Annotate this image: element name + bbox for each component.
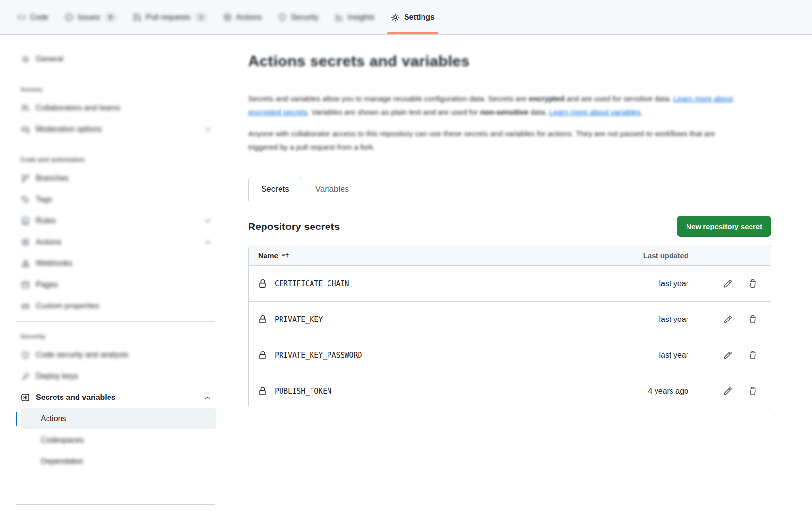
trash-icon	[749, 279, 757, 288]
sidebar-item-label: Dependabot	[41, 457, 83, 466]
sidebar-section-access: Access	[16, 80, 216, 97]
intro-text: Secrets and variables allow you to manag…	[248, 92, 771, 154]
column-header-last-updated: Last updated	[625, 251, 688, 260]
tab-label: Issues	[78, 13, 100, 22]
lock-icon	[258, 387, 267, 396]
people-icon	[20, 104, 30, 112]
secret-name: PRIVATE_KEY	[275, 315, 323, 324]
intro-text-segment: . Variables are shown as plain text and …	[307, 108, 480, 116]
table-header-row: Name Last updated	[249, 245, 771, 265]
tab-secrets[interactable]: Secrets	[248, 177, 302, 201]
edit-secret-button[interactable]	[722, 350, 733, 361]
key-asterisk-icon	[20, 393, 30, 402]
tab-pull-requests[interactable]: Pull requests 1	[126, 0, 214, 34]
pencil-icon	[723, 387, 732, 396]
sidebar-item-label: Collaborators and teams	[36, 104, 211, 112]
gear-icon	[20, 55, 30, 63]
sidebar-item-webhooks[interactable]: Webhooks	[16, 253, 216, 274]
delete-secret-button[interactable]	[748, 386, 758, 397]
shield-lock-icon	[20, 351, 30, 359]
secret-row: PUBLISH_TOKEN 4 years ago	[249, 373, 771, 409]
tab-variables[interactable]: Variables	[302, 177, 362, 201]
gear-icon	[391, 13, 400, 22]
tab-label: Pull requests	[146, 13, 191, 22]
tab-code[interactable]: Code	[11, 0, 55, 34]
sidebar-item-secrets-and-variables[interactable]: Secrets and variables	[16, 387, 216, 408]
sidebar-item-label: Deploy keys	[36, 372, 211, 381]
secret-last-updated: last year	[625, 351, 688, 360]
sidebar-item-tags[interactable]: Tags	[16, 189, 216, 210]
sidebar-item-label: Branches	[36, 174, 211, 183]
tab-label: Insights	[348, 13, 375, 22]
secret-row: PRIVATE_KEY_PASSWORD last year	[249, 337, 771, 373]
delete-secret-button[interactable]	[748, 278, 758, 289]
tab-settings[interactable]: Settings	[384, 0, 441, 34]
sidebar-subitem-dependabot[interactable]: Dependabot	[21, 451, 216, 472]
new-repository-secret-button[interactable]: New repository secret	[677, 216, 771, 237]
tab-insights[interactable]: Insights	[328, 0, 381, 34]
edit-secret-button[interactable]	[722, 314, 733, 325]
sidebar-item-rules[interactable]: Rules	[16, 210, 216, 231]
column-header-name: Name	[258, 251, 278, 260]
title-divider	[248, 79, 771, 79]
sort-ascending-icon[interactable]	[282, 252, 289, 259]
tab-issues[interactable]: Issues 8	[58, 0, 123, 34]
secrets-variables-tabs: Secrets Variables	[248, 176, 771, 201]
lock-icon	[258, 351, 267, 360]
sidebar-divider	[16, 504, 215, 505]
actions-secrets-main: Actions secrets and variables Secrets an…	[223, 35, 793, 505]
tab-label: Security	[291, 13, 319, 22]
sidebar-item-general[interactable]: General	[16, 48, 216, 70]
repository-secrets-table: Name Last updated CERTIFICATE_CHAIN last…	[248, 245, 771, 409]
sidebar-item-label: Rules	[36, 216, 199, 225]
intro-paragraph-1: Secrets and variables allow you to manag…	[248, 92, 737, 119]
sidebar-item-custom-properties[interactable]: Custom properties	[16, 295, 216, 317]
secret-name: PUBLISH_TOKEN	[275, 387, 331, 396]
sidebar-section-security: Security	[16, 327, 216, 344]
play-icon	[223, 13, 232, 21]
webhook-icon	[20, 260, 30, 268]
git-pull-request-icon	[133, 13, 141, 21]
graph-icon	[335, 13, 344, 21]
sidebar-item-label: Custom properties	[36, 302, 211, 310]
tab-security[interactable]: Security	[271, 0, 326, 34]
sidebar-item-label: Actions	[41, 414, 66, 423]
sidebar-item-code-security-and-analysis[interactable]: Code security and analysis	[16, 344, 216, 366]
git-branch-icon	[20, 174, 30, 183]
sidebar-item-collaborators-and-teams[interactable]: Collaborators and teams	[16, 97, 216, 119]
sidebar-item-label: Moderation options	[36, 125, 199, 134]
sidebar-subitem-codespaces[interactable]: Codespaces	[21, 429, 216, 451]
intro-text-segment: Secrets and variables allow you to manag…	[248, 94, 529, 103]
edit-secret-button[interactable]	[722, 386, 733, 397]
link-learn-more-variables[interactable]: Learn more about variables	[549, 108, 641, 116]
sidebar-subitem-actions[interactable]: Actions	[21, 408, 216, 429]
sidebar-item-actions[interactable]: Actions	[16, 231, 216, 253]
secret-row: CERTIFICATE_CHAIN last year	[249, 265, 771, 301]
secret-last-updated: last year	[625, 315, 688, 324]
meter-icon	[20, 302, 30, 310]
sidebar-item-label: Tags	[36, 195, 211, 204]
delete-secret-button[interactable]	[748, 314, 758, 325]
sidebar-item-moderation-options[interactable]: Moderation options	[16, 119, 216, 140]
sidebar-item-pages[interactable]: Pages	[16, 274, 216, 295]
sidebar-item-label: General	[36, 55, 211, 63]
secret-name: CERTIFICATE_CHAIN	[275, 279, 349, 288]
sidebar-item-deploy-keys[interactable]: Deploy keys	[16, 366, 216, 387]
settings-sidebar: General Access Collaborators and teams M…	[0, 35, 223, 505]
secret-row: PRIVATE_KEY last year	[249, 301, 771, 337]
sidebar-section-code-and-automation: Code and automation	[16, 150, 216, 168]
delete-secret-button[interactable]	[748, 350, 758, 361]
chevron-down-icon	[204, 126, 211, 133]
pencil-icon	[723, 315, 732, 324]
repository-secrets-heading: Repository secrets	[248, 221, 340, 232]
intro-text-segment: .	[640, 108, 642, 116]
chevron-down-icon	[204, 217, 211, 224]
issue-opened-icon	[65, 13, 73, 21]
pull-requests-count-badge: 1	[195, 13, 207, 22]
sidebar-item-label: Webhooks	[36, 259, 211, 268]
edit-secret-button[interactable]	[722, 278, 733, 289]
sidebar-item-branches[interactable]: Branches	[16, 168, 216, 189]
lock-icon	[258, 279, 267, 288]
intro-text-segment: data.	[529, 108, 549, 116]
tab-actions[interactable]: Actions	[217, 0, 268, 34]
